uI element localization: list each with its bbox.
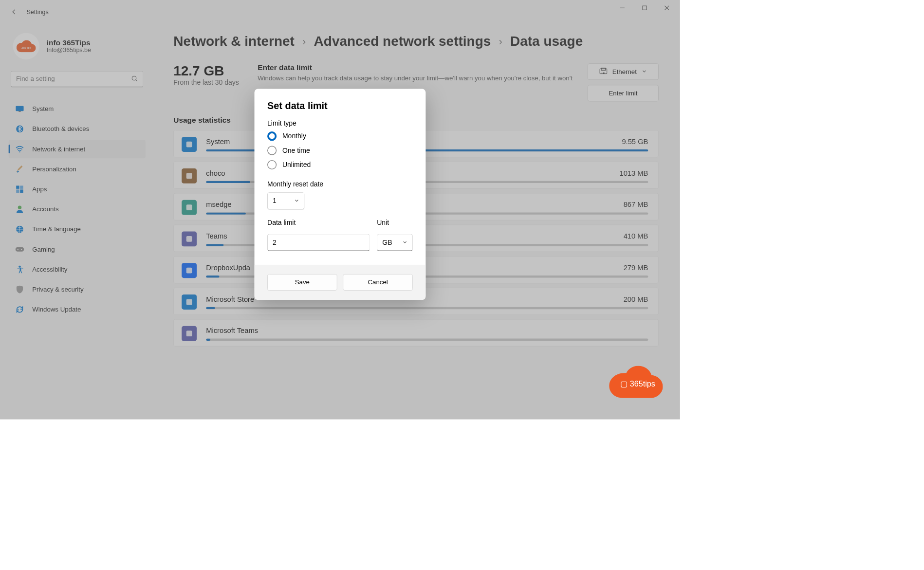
- chevron-down-icon: [403, 239, 407, 246]
- cancel-button[interactable]: Cancel: [343, 274, 413, 291]
- radio-dot-icon: [267, 146, 277, 155]
- dialog-title: Set data limit: [267, 100, 413, 111]
- reset-date-select[interactable]: 1: [267, 192, 305, 209]
- radio-dot-icon: [267, 160, 277, 169]
- data-limit-label: Data limit: [267, 219, 370, 227]
- chevron-down-icon: [294, 197, 299, 204]
- radio-onetime[interactable]: One time: [267, 146, 413, 155]
- set-data-limit-dialog: Set data limit Limit type Monthly One ti…: [255, 89, 426, 300]
- radio-monthly[interactable]: Monthly: [267, 131, 413, 141]
- unit-select[interactable]: GB: [377, 234, 413, 251]
- unit-label: Unit: [377, 219, 413, 227]
- svg-text:▢ 365tips: ▢ 365tips: [620, 379, 655, 388]
- radio-unlimited[interactable]: Unlimited: [267, 160, 413, 169]
- reset-date-label: Monthly reset date: [267, 180, 413, 188]
- data-limit-input[interactable]: [267, 234, 370, 251]
- radio-dot-icon: [267, 131, 277, 141]
- save-button[interactable]: Save: [267, 274, 337, 291]
- brand-badge: ▢ 365tips: [609, 366, 663, 398]
- limit-type-label: Limit type: [267, 119, 413, 127]
